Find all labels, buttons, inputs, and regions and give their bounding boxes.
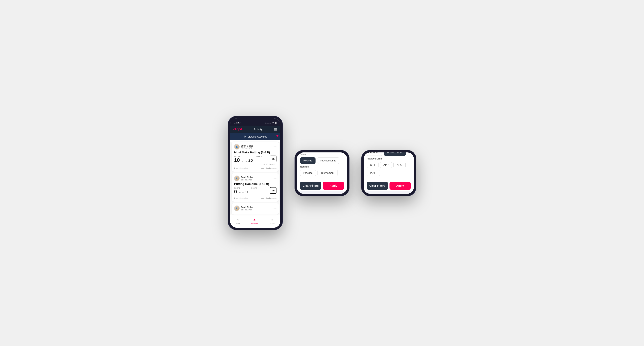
phone-screen-1: 11:33 ▲▲▲ ▼ ▓ clippd Activity ⚙ Viewing bbox=[230, 118, 280, 228]
card-footer-2: ℹ Test Information Data: Clippd Capture bbox=[234, 196, 276, 199]
nav-label-activities-1: Activities bbox=[251, 222, 258, 224]
nav-item-home-1[interactable]: ⌂ Home bbox=[236, 218, 240, 224]
battery-icon: ▓ bbox=[275, 122, 276, 124]
practice-drills-label-3: Practice Drills bbox=[367, 157, 411, 160]
avatar-2: 👤 bbox=[234, 175, 240, 181]
shots-label-1: Shots bbox=[256, 156, 262, 158]
nav-title-1: Activity bbox=[254, 128, 262, 131]
activity-card-2: 👤 Josh Coles 28 Feb 2023 ••• Putting Com… bbox=[232, 173, 279, 202]
drills-btn-row-3: OTT APP ARG PUTT bbox=[367, 162, 411, 176]
nav-item-capture-1[interactable]: ⊕ Capture bbox=[269, 218, 275, 224]
show-label-2: Show bbox=[300, 153, 344, 156]
user-info-1: Josh Coles 28 Feb 2023 bbox=[241, 144, 253, 149]
nav-item-activities-1[interactable]: ♣ Activities bbox=[251, 218, 258, 224]
modal-footer-3: Clear Filters Apply bbox=[364, 179, 414, 191]
nav-label-capture-1: Capture bbox=[269, 223, 275, 224]
user-date-2: 28 Feb 2023 bbox=[241, 179, 253, 181]
apply-btn-2[interactable]: Apply bbox=[323, 182, 344, 190]
filter-dot-1 bbox=[276, 135, 278, 137]
card-title-1: Must Make Putting (3-6 ft) bbox=[234, 151, 276, 154]
filter-modal-3: Filter ✕ Show Rounds Practice Drills Pra… bbox=[364, 153, 414, 194]
phone-screen-2: 11:33 ▲▲▲ ▼ ▓ clippd Activity ⚙ Viewing bbox=[297, 153, 347, 194]
info-icon-2: ℹ bbox=[234, 197, 235, 199]
modal-body-2: Show Rounds Practice Drills Rounds Pract… bbox=[297, 153, 347, 179]
phone-filter-drills: 11:33 ▲▲▲ ▼ ▓ clippd Activity ⚙ Viewing bbox=[361, 150, 416, 196]
activity-card-3: 👤 Josh Coles 28 Feb 2023 ••• bbox=[232, 203, 279, 214]
clear-filters-btn-2[interactable]: Clear Filters bbox=[300, 182, 321, 190]
shots-label-2: Shots bbox=[251, 187, 257, 189]
filter-banner-1[interactable]: ⚙ Viewing Activities bbox=[230, 133, 280, 140]
tournament-btn-2[interactable]: Tournament bbox=[318, 170, 338, 176]
nav-label-home-1: Home bbox=[236, 222, 240, 224]
wifi-icon: ▼ bbox=[272, 122, 274, 124]
signal-icon: ▲▲▲ bbox=[265, 122, 271, 124]
footer-info-text-2: Test Information bbox=[235, 197, 248, 199]
nav-logo-1: clippd bbox=[233, 128, 242, 131]
practice-drills-btn-2[interactable]: Practice Drills bbox=[317, 157, 339, 164]
hamburger-icon-1[interactable] bbox=[274, 128, 277, 131]
ott-btn-3[interactable]: OTT bbox=[367, 162, 378, 168]
user-info-3: Josh Coles 28 Feb 2023 bbox=[241, 206, 253, 211]
shot-quality-2: 45 bbox=[270, 187, 276, 194]
card-user-1: 👤 Josh Coles 28 Feb 2023 bbox=[234, 144, 253, 150]
avatar-1: 👤 bbox=[234, 144, 240, 150]
status-time-1: 11:33 bbox=[234, 121, 240, 124]
user-name-3: Josh Coles bbox=[241, 206, 253, 209]
more-dots-3[interactable]: ••• bbox=[274, 207, 276, 210]
info-icon-1: ℹ bbox=[234, 167, 235, 169]
footer-data-1: Data: Clippd Capture bbox=[260, 167, 276, 169]
footer-data-2: Data: Clippd Capture bbox=[260, 197, 276, 199]
rounds-btn-3[interactable]: Rounds bbox=[367, 153, 382, 156]
app-btn-3[interactable]: APP bbox=[380, 162, 392, 168]
rounds-btn-row-2: Practice Tournament bbox=[300, 170, 344, 176]
scene: 11:33 ▲▲▲ ▼ ▓ clippd Activity ⚙ Viewing bbox=[216, 104, 428, 242]
filter-icon-1: ⚙ bbox=[244, 135, 246, 138]
bottom-nav-1: ⌂ Home ♣ Activities ⊕ Capture bbox=[230, 216, 280, 228]
show-btn-row-3: Rounds Practice Drills bbox=[367, 153, 411, 156]
apply-btn-3[interactable]: Apply bbox=[390, 182, 411, 190]
show-btn-row-2: Rounds Practice Drills bbox=[300, 157, 344, 164]
capture-icon-1: ⊕ bbox=[270, 218, 273, 222]
putt-btn-3[interactable]: PUTT bbox=[367, 170, 380, 176]
more-dots-2[interactable]: ••• bbox=[274, 177, 276, 180]
rounds-label-2: Rounds bbox=[300, 165, 344, 168]
card-footer-1: ℹ Test Information Data: Clippd Capture bbox=[234, 166, 276, 169]
card-user-2: 👤 Josh Coles 28 Feb 2023 bbox=[234, 175, 253, 181]
phone-screen-3: 11:33 ▲▲▲ ▼ ▓ clippd Activity ⚙ Viewing bbox=[364, 153, 414, 194]
sq-label-1: Shot Quality bbox=[234, 163, 276, 165]
footer-info-1: ℹ Test Information bbox=[234, 167, 248, 169]
card-header-3: 👤 Josh Coles 28 Feb 2023 ••• bbox=[234, 205, 276, 211]
activity-card-1: 👤 Josh Coles 28 Feb 2023 ••• Must Make P… bbox=[232, 142, 279, 172]
user-info-2: Josh Coles 28 Feb 2023 bbox=[241, 176, 253, 181]
activities-icon-1: ♣ bbox=[253, 218, 256, 222]
user-name-2: Josh Coles bbox=[241, 176, 253, 179]
nav-bar-1: clippd Activity bbox=[230, 126, 280, 133]
arg-btn-3[interactable]: ARG bbox=[394, 162, 406, 168]
modal-body-3: Show Rounds Practice Drills Practice Dri… bbox=[364, 153, 414, 179]
practice-drills-btn-3[interactable]: Practice Drills bbox=[384, 153, 406, 156]
card-user-3: 👤 Josh Coles 28 Feb 2023 bbox=[234, 205, 253, 211]
more-dots-1[interactable]: ••• bbox=[274, 145, 276, 148]
practice-round-btn-2[interactable]: Practice bbox=[300, 170, 316, 176]
footer-info-text-1: Test Information bbox=[235, 167, 248, 169]
filter-modal-2: Filter ✕ Show Rounds Practice Drills Rou… bbox=[297, 153, 347, 194]
user-date-1: 28 Feb 2023 bbox=[241, 147, 253, 149]
rounds-btn-2[interactable]: Rounds bbox=[300, 157, 316, 164]
clear-filters-btn-3[interactable]: Clear Filters bbox=[367, 182, 388, 190]
modal-footer-2: Clear Filters Apply bbox=[297, 179, 347, 191]
avatar-3: 👤 bbox=[234, 205, 240, 211]
user-name-1: Josh Coles bbox=[241, 144, 253, 147]
shot-quality-1: 75 bbox=[270, 156, 276, 162]
outof-2: OUT OF bbox=[238, 192, 244, 194]
phone-activities: 11:33 ▲▲▲ ▼ ▓ clippd Activity ⚙ Viewing bbox=[228, 116, 283, 230]
shots-value-1: 20 bbox=[248, 158, 253, 163]
filter-banner-text-1: Viewing Activities bbox=[248, 135, 267, 138]
home-icon-1: ⌂ bbox=[237, 218, 239, 222]
user-date-3: 28 Feb 2023 bbox=[241, 209, 253, 211]
notch bbox=[246, 116, 264, 121]
card-header-1: 👤 Josh Coles 28 Feb 2023 ••• bbox=[234, 144, 276, 150]
shots-value-2: 9 bbox=[246, 190, 248, 194]
status-icons-1: ▲▲▲ ▼ ▓ bbox=[265, 122, 276, 124]
card-header-2: 👤 Josh Coles 28 Feb 2023 ••• bbox=[234, 175, 276, 181]
score-value-2: 0 bbox=[234, 189, 237, 194]
